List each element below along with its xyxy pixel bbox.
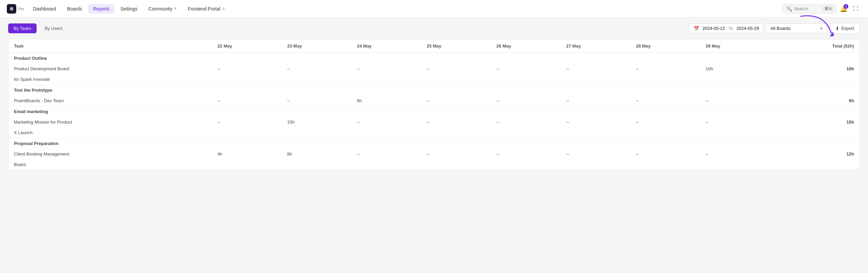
task-board-3: Client Booking Management [8,149,212,159]
task-board-1: FluentBoards - Dev Team [8,95,212,106]
day-0-1: -- [282,63,352,74]
date-from: 2024-05-22 [703,26,725,31]
board-filter-dropdown[interactable]: All Boards ▾ [766,23,827,33]
day-1-5: -- [561,95,631,106]
nav-community-label: Community [149,6,173,12]
day-1-6: -- [630,95,700,106]
total-3: 12h [770,149,860,159]
col-22may: 22 May [212,39,282,53]
main-content: By Tasks By Users 📅 2024-05-22 To 2024-0… [0,18,868,273]
col-24may: 24 May [352,39,421,53]
day-1-4: -- [491,95,561,106]
navbar: ⊞ Pro Dashboard Boards Reports Settings … [0,0,868,18]
day-3-0: 4h [212,149,282,159]
logo-pro-label: Pro [18,7,24,11]
day-2-4: -- [491,117,561,127]
col-25may: 25 May [421,39,491,53]
day-0-4: -- [491,63,561,74]
day-3-1: 8h [282,149,352,159]
task-board-0: Product Development Board [8,63,212,74]
nav-settings[interactable]: Settings [116,4,142,14]
nav-frontend-portal[interactable]: Frontend Portal ↗ [183,4,230,14]
day-0-6: -- [630,63,700,74]
external-link-icon: ↗ [174,6,177,11]
day-2-6: -- [630,117,700,127]
day-2-2: -- [352,117,421,127]
toolbar: By Tasks By Users 📅 2024-05-22 To 2024-0… [8,23,860,34]
search-kbd: ⌘ k [823,6,833,11]
day-3-5: -- [561,149,631,159]
task-name-3: Proposal Preparation [8,138,212,149]
day-3-7: -- [700,149,770,159]
task-name-1: Test the Prototype [8,85,212,96]
nav-reports-label: Reports [93,6,110,12]
day-3-4: -- [491,149,561,159]
col-28may: 28 May [630,39,700,53]
report-table: Task 22 May 23 May 24 May 25 May 26 May … [8,39,860,170]
table-body: Product OutlineProduct Development Board… [8,53,860,170]
nav-community[interactable]: Community ↗ [144,4,182,14]
logo-icon: ⊞ [7,4,16,14]
fullscreen-button[interactable]: ⛶ [850,3,861,14]
date-range-picker[interactable]: 📅 2024-05-22 To 2024-05-29 [689,23,764,33]
task-name-0: Product Outline [8,53,212,64]
task-board-line2-3: Board [8,159,212,170]
day-0-7: 10h [700,63,770,74]
app-logo[interactable]: ⊞ Pro [7,4,24,14]
day-0-5: -- [561,63,631,74]
search-placeholder: Search [794,6,808,11]
export-label: Export [841,26,854,31]
by-tasks-button[interactable]: By Tasks [8,23,37,33]
by-users-button[interactable]: By Users [39,23,68,33]
day-2-7: -- [700,117,770,127]
nav-boards[interactable]: Boards [62,4,87,14]
total-1: 6h [770,95,860,106]
day-2-1: 15h [282,117,352,127]
notification-badge: 2 [844,4,848,9]
nav-frontend-portal-label: Frontend Portal [188,6,220,12]
day-1-3: -- [421,95,491,106]
col-26may: 26 May [491,39,561,53]
day-1-0: -- [212,95,282,106]
day-1-1: -- [282,95,352,106]
table-header: Task 22 May 23 May 24 May 25 May 26 May … [8,39,860,53]
external-link-icon-2: ↗ [222,6,225,11]
day-2-3: -- [421,117,491,127]
task-name-2: Email marketing [8,106,212,117]
search-bar[interactable]: 🔍 Search ⌘ k [783,4,837,14]
export-button[interactable]: ⬇ Export [830,23,860,34]
day-3-6: -- [630,149,700,159]
day-0-0: -- [212,63,282,74]
chevron-down-icon: ▾ [820,26,823,31]
day-0-3: -- [421,63,491,74]
day-1-7: -- [700,95,770,106]
search-icon: 🔍 [786,6,792,12]
col-23may: 23 May [282,39,352,53]
calendar-icon: 📅 [694,26,699,31]
total-2: 15h [770,117,860,127]
expand-icon: ⛶ [853,6,859,12]
nav-reports[interactable]: Reports [88,4,114,14]
nav-dashboard[interactable]: Dashboard [28,4,61,14]
date-to: 2024-05-29 [736,26,759,31]
task-board-line2-2: X Launch [8,127,212,138]
notifications-bell[interactable]: 🔔 2 [838,3,849,14]
nav-dashboard-label: Dashboard [33,6,56,12]
date-separator: To [728,26,733,31]
col-task: Task [8,39,212,53]
day-0-2: -- [352,63,421,74]
day-1-2: 6h [352,95,421,106]
day-2-0: -- [212,117,282,127]
total-0: 10h [770,63,860,74]
day-2-5: -- [561,117,631,127]
board-filter-label: All Boards [770,26,790,31]
nav-settings-label: Settings [120,6,138,12]
task-board-2: Marketing Mission for Product [8,117,212,127]
col-27may: 27 May [561,39,631,53]
day-3-3: -- [421,149,491,159]
col-29may: 29 May [700,39,770,53]
col-total: Total (52h) [770,39,860,53]
nav-boards-label: Boards [67,6,82,12]
task-board-line2-0: for Spark Innovate [8,74,212,85]
day-3-2: -- [352,149,421,159]
